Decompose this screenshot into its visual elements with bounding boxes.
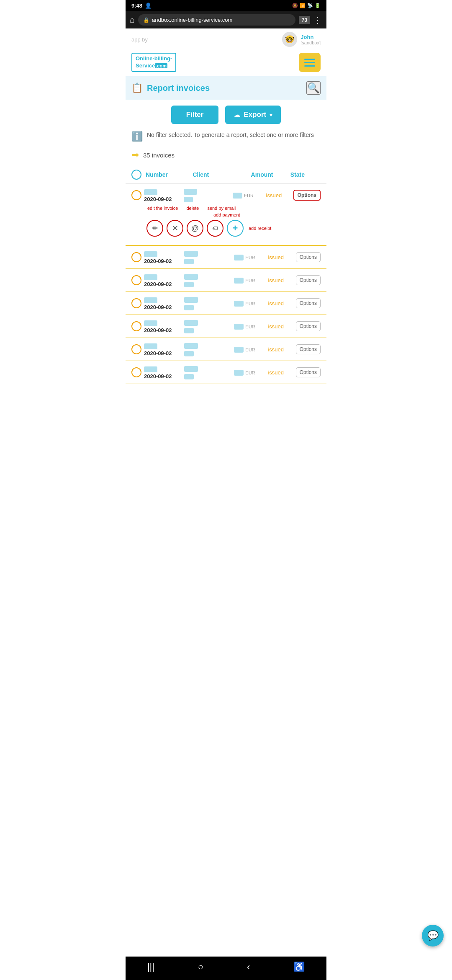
invoice-date-6: 2020-09-02 <box>144 350 182 356</box>
invoice-date-3: 2020-09-02 <box>144 281 182 287</box>
menu-line-3 <box>304 65 315 67</box>
currency-3: EUR <box>245 278 255 283</box>
invoice-number-7 <box>144 366 157 372</box>
currency-2: EUR <box>245 255 255 260</box>
amount-5 <box>234 324 244 330</box>
options-button-3[interactable]: Options <box>296 275 321 285</box>
chevron-down-icon: ▾ <box>270 112 272 118</box>
user-subtitle: [sandbox] <box>300 40 321 45</box>
info-message: ℹ️ No filter selected. To generate a rep… <box>126 127 326 147</box>
app-header: app by 🤓 John [sandbox] <box>126 28 326 50</box>
browser-home-button[interactable]: ⌂ <box>130 15 135 25</box>
client-name-6 <box>184 343 198 349</box>
col-header-state: State <box>290 171 321 178</box>
lock-icon: 🔒 <box>143 17 149 23</box>
send-by-email-button[interactable]: @ <box>187 220 203 237</box>
invoice-number-1 <box>144 189 157 195</box>
row-radio-6[interactable] <box>131 344 141 354</box>
address-bar[interactable]: 🔒 andbox.online-billing-service.com <box>138 14 295 26</box>
row-radio-7[interactable] <box>131 367 141 377</box>
add-payment-button[interactable]: 🏷 <box>207 220 223 237</box>
currency-5: EUR <box>245 324 255 329</box>
row-radio-5[interactable] <box>131 321 141 331</box>
page-title: Report invoices <box>147 83 210 93</box>
hamburger-menu-button[interactable] <box>299 53 321 72</box>
invoice-number-4 <box>144 297 157 303</box>
add-payment-label: add payment <box>213 212 240 217</box>
invoice-number-6 <box>144 343 157 349</box>
browser-menu-button[interactable]: ⋮ <box>313 15 322 25</box>
user-name: John <box>300 34 321 40</box>
invoice-actions-1: edit the invoice delete send by email ad… <box>131 202 321 245</box>
count-arrow-icon: ➡ <box>131 150 139 160</box>
client-sub-5 <box>184 328 194 333</box>
options-button-7[interactable]: Options <box>296 367 321 377</box>
logo-menu-row: Online-billing-Service.com <box>126 50 326 76</box>
row-radio-4[interactable] <box>131 298 141 308</box>
options-button-6[interactable]: Options <box>296 344 321 354</box>
client-sub-4 <box>184 305 194 310</box>
row-radio-1[interactable] <box>131 190 141 200</box>
col-header-client: Client <box>193 171 249 178</box>
select-all-checkbox[interactable] <box>131 170 141 180</box>
filter-button[interactable]: Filter <box>171 106 219 124</box>
logo-tld: .com <box>155 63 167 68</box>
state-1: issued <box>266 192 282 199</box>
client-name-1 <box>184 189 197 195</box>
state-6: issued <box>268 346 284 353</box>
avatar: 🤓 <box>282 32 297 47</box>
table-row: 2020-09-02 EUR issued Options <box>126 292 326 315</box>
app-logo: Online-billing-Service.com <box>131 53 176 72</box>
invoice-number-3 <box>144 274 157 280</box>
col-header-amount: Amount <box>251 171 289 178</box>
options-button-5[interactable]: Options <box>296 321 321 331</box>
invoice-date-4: 2020-09-02 <box>144 304 182 310</box>
export-button[interactable]: ☁ Export ▾ <box>225 106 281 124</box>
menu-line-1 <box>304 59 315 60</box>
client-sub-6 <box>184 351 194 356</box>
mute-icon: 🔕 <box>292 3 298 8</box>
row-radio-3[interactable] <box>131 275 141 285</box>
invoice-number-5 <box>144 320 157 326</box>
client-name-2 <box>184 251 198 257</box>
currency-4: EUR <box>245 301 255 306</box>
delete-button[interactable]: ✕ <box>167 220 183 237</box>
menu-line-2 <box>304 62 315 63</box>
amount-7 <box>234 370 244 376</box>
client-name-4 <box>184 297 198 303</box>
options-button-1[interactable]: Options <box>293 190 321 201</box>
add-receipt-button[interactable]: + <box>227 220 244 237</box>
client-sub-1 <box>184 197 193 202</box>
currency-6: EUR <box>245 347 255 352</box>
info-icon: ℹ️ <box>131 131 143 142</box>
options-button-2[interactable]: Options <box>296 252 321 262</box>
tab-count[interactable]: 73 <box>299 16 310 24</box>
table-row: 2020-09-02 EUR issued Options <box>126 361 326 384</box>
status-time: 9:48 <box>131 3 142 9</box>
status-icons: 🔕 📶 📡 🔋 <box>292 3 321 8</box>
currency-7: EUR <box>245 370 255 375</box>
table-row: 2020-09-02 EUR issued Options <box>126 246 326 269</box>
invoice-date-7: 2020-09-02 <box>144 373 182 379</box>
signal-icon: 📡 <box>307 3 313 8</box>
delete-label: delete <box>186 206 199 211</box>
client-sub-7 <box>184 374 194 379</box>
table-row: 2020-09-02 EUR issued Options <box>126 315 326 338</box>
edit-invoice-button[interactable]: ✏ <box>146 220 163 237</box>
state-2: issued <box>268 254 284 260</box>
report-icon: 📋 <box>131 83 143 93</box>
amount-3 <box>234 278 244 284</box>
row-radio-2[interactable] <box>131 252 141 262</box>
info-text: No filter selected. To generate a report… <box>147 131 314 139</box>
options-button-4[interactable]: Options <box>296 298 321 308</box>
amount-2 <box>234 255 244 260</box>
action-buttons: Filter ☁ Export ▾ <box>126 100 326 127</box>
url-text: andbox.online-billing-service.com <box>152 17 232 23</box>
col-header-number: Number <box>146 171 191 178</box>
user-info[interactable]: 🤓 John [sandbox] <box>282 32 321 47</box>
state-4: issued <box>268 300 284 307</box>
client-name-7 <box>184 366 198 372</box>
search-button[interactable]: 🔍 <box>306 81 321 95</box>
state-3: issued <box>268 277 284 284</box>
edit-label: edit the invoice <box>147 206 178 211</box>
